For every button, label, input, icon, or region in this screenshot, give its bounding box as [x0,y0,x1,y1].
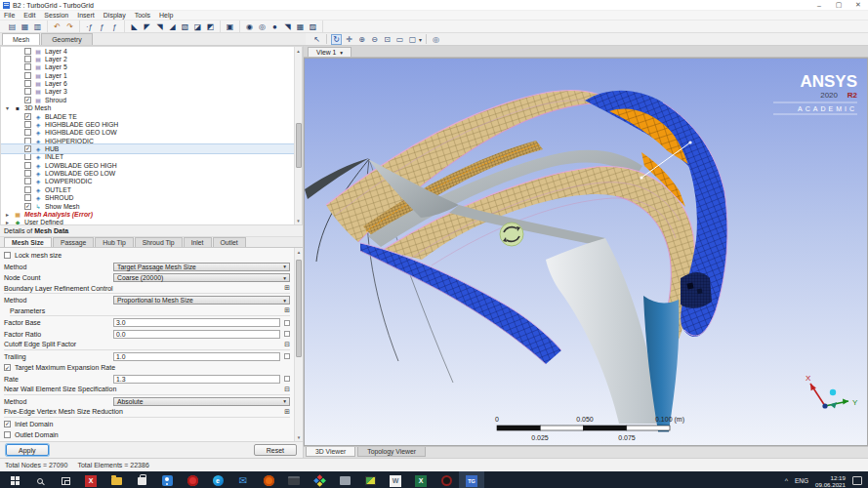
taskbar-gray-app[interactable] [332,471,357,488]
surface-tool-icon[interactable]: ◪ [192,21,203,32]
tree-item-layer5[interactable]: ▤Layer 5 [1,63,294,71]
tag-icon[interactable]: ◢ [167,21,178,32]
taskbar-recorder[interactable] [434,471,459,488]
turbo-surface-icon[interactable]: ◥ [282,21,293,32]
machine-sphere3-icon[interactable]: ● [269,21,280,32]
machine-sphere1-icon[interactable]: ◉ [244,21,255,32]
checkbox-checked[interactable]: ✓ [24,113,31,120]
select-tool-icon[interactable]: ↖ [311,34,322,45]
factor-ratio-param-checkbox[interactable] [284,331,290,337]
checkbox[interactable] [24,88,31,95]
factor-base-input[interactable] [113,318,280,327]
minimize-button[interactable]: – [809,0,829,11]
task-view-button[interactable] [53,471,78,488]
tab-hub-tip[interactable]: Hub Tip [95,237,133,247]
taskbar-photos[interactable] [357,471,383,488]
menu-session[interactable]: Session [44,12,68,19]
tree-item-highperiodic[interactable]: ◈HIGHPERIODIC [1,137,294,144]
lock-mesh-size-checkbox[interactable] [4,252,11,259]
taskbar-diamond-app[interactable] [307,471,332,488]
tab-mesh-size[interactable]: Mesh Size [4,237,52,247]
checkbox-checked[interactable]: ✓ [24,203,31,210]
tree-item-layer4[interactable]: ▤Layer 4 [1,47,294,55]
save-icon[interactable]: ▤ [7,21,18,32]
tab-shroud-tip[interactable]: Shroud Tip [135,237,183,247]
tree-item-inlet[interactable]: ◈INLET [1,153,294,161]
pan-tool-icon[interactable]: ✛ [344,34,354,45]
tab-topology-viewer[interactable]: Topology Viewer [357,447,426,457]
notification-center-icon[interactable] [852,476,862,485]
taskbar-edge[interactable]: e [205,471,230,488]
collapsed-arrow-icon[interactable]: ▸ [4,211,11,218]
insert-surface-icon[interactable]: ƒ [109,21,120,32]
method-select[interactable]: Target Passage Mesh Size▾ [113,263,290,271]
taskbar-terminal[interactable] [281,471,307,488]
tree-item-layer3[interactable]: ▤Layer 3 [1,88,294,96]
refinement-method-select[interactable]: Proportional to Mesh Size▾ [113,296,290,305]
factor-base-param-checkbox[interactable] [284,320,290,326]
save-state-icon[interactable]: ▦ [20,21,30,32]
tray-language[interactable]: ENG [795,477,808,484]
scroll-up-icon[interactable]: ▴ [295,47,303,55]
tree-item-lowblade-geo-low[interactable]: ◈LOWBLADE GEO LOW [1,169,294,177]
redo-icon[interactable]: ↷ [64,21,75,32]
taskbar-firefox[interactable] [256,471,281,488]
expand-arrow-icon[interactable]: ▾ [4,104,11,111]
menu-edit[interactable]: Edit [23,12,35,19]
fit-view-icon[interactable]: ▭ [394,34,405,45]
section-boundary-layer[interactable]: Boundary Layer Refinement Control⊞ [4,284,290,294]
checkbox-checked[interactable]: ✓ [24,145,31,152]
copy-icon[interactable]: ▣ [225,21,235,32]
box-select-icon[interactable]: ▢ [407,34,418,45]
zoom-out-icon[interactable]: ⊖ [369,34,380,45]
view-1-tab[interactable]: View 1▾ [308,47,351,57]
probe-tool-icon[interactable]: ◎ [431,34,441,45]
tab-outlet[interactable]: Outlet [213,237,246,247]
checkbox[interactable] [24,170,31,177]
scroll-up-icon[interactable]: ▴ [295,248,303,256]
volume-tool-icon[interactable]: ◩ [205,21,216,32]
tab-3d-viewer[interactable]: 3D Viewer [306,447,355,457]
tree-item-blade-te[interactable]: ✓◈BLADE TE [1,112,294,120]
checkbox-checked[interactable]: ✓ [24,97,31,103]
tree-item-3d-mesh[interactable]: ▾■3D Mesh [1,104,294,112]
taskbar-turbogrid[interactable]: TG [459,471,484,488]
checkbox[interactable] [24,80,31,87]
checkbox[interactable] [24,153,31,160]
undo-icon[interactable]: ↶ [52,21,62,32]
transform-plane1-icon[interactable]: ◤ [142,21,152,32]
scroll-down-icon[interactable]: ▾ [295,217,303,224]
taskbar-search-button[interactable] [27,471,53,488]
section-five-edge[interactable]: Five-Edge Vertex Mesh Size Reduction⊞ [4,408,290,418]
tree-item-layer2[interactable]: ▤Layer 2 [1,55,294,62]
viewport-3d[interactable]: ANSYS 2020 R2 ACADEMIC 0 0.050 0.100 (m) [304,58,868,446]
menu-display[interactable]: Display [103,12,126,19]
near-wall-method-select[interactable]: Absolute▾ [113,397,290,406]
tree-item-highblade-geo-high[interactable]: ◈HIGHBLADE GEO HIGH [1,120,294,128]
apply-button[interactable]: Apply [6,444,49,456]
tree-item-mesh-analysis[interactable]: ▸▦Mesh Analysis (Error) [1,210,294,218]
checkbox[interactable] [24,178,31,184]
taskbar-adobe-app[interactable]: X [78,471,103,488]
start-button[interactable] [2,471,27,488]
checkbox[interactable] [24,72,31,79]
collapsed-arrow-icon[interactable]: ▸ [4,219,11,225]
close-button[interactable]: ✕ [848,0,868,11]
checkbox[interactable] [24,63,31,70]
node-count-select[interactable]: Coarse (20000)▾ [113,273,290,282]
checkbox[interactable] [24,186,31,193]
trailing-param-checkbox[interactable] [284,353,290,359]
instance-icon[interactable]: ▧ [180,21,190,32]
menu-insert[interactable]: Insert [77,12,95,19]
taskbar-skype[interactable] [154,471,180,488]
tree-item-show-mesh[interactable]: ✓↳Show Mesh [1,202,294,210]
trailing-input[interactable] [113,352,280,361]
transform-plane2-icon[interactable]: ◥ [154,21,165,32]
box-select-caret-icon[interactable]: ▾ [419,36,422,43]
zoom-box-icon[interactable]: ⊡ [382,34,393,45]
tray-chevron-icon[interactable]: ^ [785,477,788,484]
outlet-domain-checkbox[interactable] [4,431,11,438]
menu-help[interactable]: Help [159,12,173,19]
turbo-report2-icon[interactable]: ▨ [308,21,318,32]
machine-sphere2-icon[interactable]: ◎ [257,21,268,32]
